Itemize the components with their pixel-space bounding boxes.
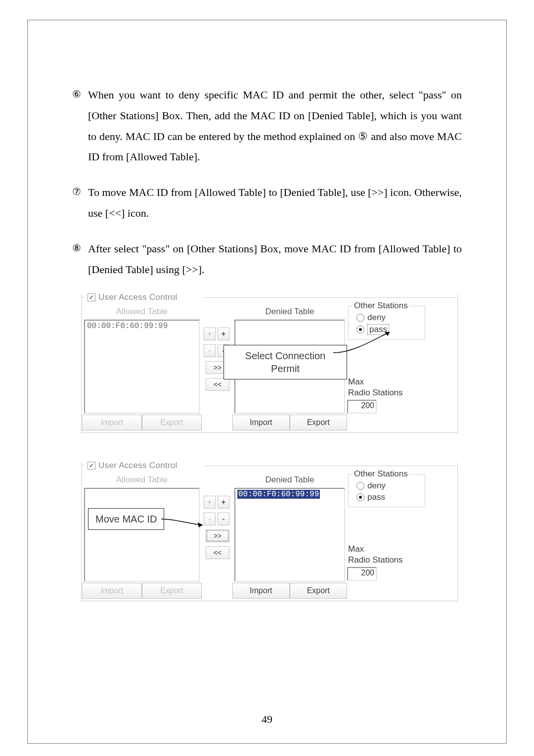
max-label-2b: Radio Stations [348,555,403,565]
instruction-6: When you want to deny specific MAC ID an… [88,85,462,167]
screenshot-2: ✓ User Access Control Allowed Table Impo… [77,463,457,601]
allowed-table-title: Allowed Table [82,303,202,319]
max-stations-input[interactable]: 200 [347,400,377,414]
instruction-7: To move MAC ID from [Allowed Table] to [… [88,182,462,224]
radio-deny[interactable] [356,314,364,322]
uac-checkbox[interactable]: ✓ [88,293,95,301]
max-label-1b: Max [348,544,364,554]
instruction-list: ⑥ When you want to deny specific MAC ID … [72,85,462,280]
allowed-remove-button[interactable]: - [204,344,216,357]
move-right-button-2[interactable]: >> [206,529,229,542]
max-label-1: Max [348,377,364,386]
page-number: 49 [28,713,506,726]
callout-move-mac: Move MAC ID [88,508,164,530]
allowed-table-list-2[interactable] [84,488,200,582]
callout-arrow-icon [332,330,397,356]
denied-table-list-2[interactable]: 00:00:F0:60:99:99 [234,488,345,582]
allowed-table-item[interactable]: 00:00:F0:60:99:99 [87,322,168,331]
denied-add-button-2[interactable]: + [218,496,229,509]
list-marker-7: ⑦ [72,182,88,224]
callout-arrow-icon-2 [160,516,210,531]
uac-title-row: ✓ User Access Control [87,292,178,302]
radio-pass-2[interactable] [356,493,364,501]
allowed-import-button-2[interactable]: Import [82,583,142,599]
max-label-2: Radio Stations [348,388,403,397]
denied-export-button[interactable]: Export [290,415,347,430]
allowed-import-button[interactable]: Import [82,415,142,430]
allowed-add-button[interactable]: + [204,328,216,340]
list-marker-8: ⑧ [72,238,88,280]
denied-export-button-2[interactable]: Export [290,583,347,599]
list-marker-6: ⑥ [72,85,88,167]
uac-title-row-2: ✓ User Access Control [87,461,178,471]
allowed-export-button[interactable]: Export [142,415,202,430]
other-stations-title: Other Stations [353,301,409,311]
denied-remove-button-2[interactable]: - [218,513,229,525]
radio-deny-label: deny [367,313,386,323]
screenshot-1: ✓ User Access Control Allowed Table 00:0… [77,294,457,433]
denied-import-button-2[interactable]: Import [232,583,290,599]
allowed-add-button-2[interactable]: + [204,496,216,509]
allowed-export-button-2[interactable]: Export [142,583,202,599]
radio-pass-label-2: pass [367,492,385,502]
uac-title-label-2: User Access Control [98,461,178,471]
move-left-button[interactable]: << [206,378,229,391]
allowed-table-list[interactable]: 00:00:F0:60:99:99 [84,320,200,414]
callout-select-permit: Select Connection Permit [223,345,347,379]
max-stations-input-2[interactable]: 200 [347,567,377,581]
denied-table-title: Denied Table [232,303,347,319]
move-left-button-2[interactable]: << [206,546,229,559]
uac-checkbox-2[interactable]: ✓ [88,462,95,470]
denied-table-item[interactable]: 00:00:F0:60:99:99 [237,490,320,499]
denied-add-button[interactable]: + [218,328,229,340]
denied-import-button[interactable]: Import [232,415,290,430]
allowed-table-title-2: Allowed Table [82,471,202,487]
radio-deny-2[interactable] [356,482,364,490]
radio-deny-label-2: deny [367,481,386,491]
denied-table-title-2: Denied Table [232,471,347,487]
other-stations-title-2: Other Stations [353,469,409,479]
uac-title-label: User Access Control [98,292,178,302]
instruction-8: After select "pass" on [Other Stations] … [88,238,462,280]
